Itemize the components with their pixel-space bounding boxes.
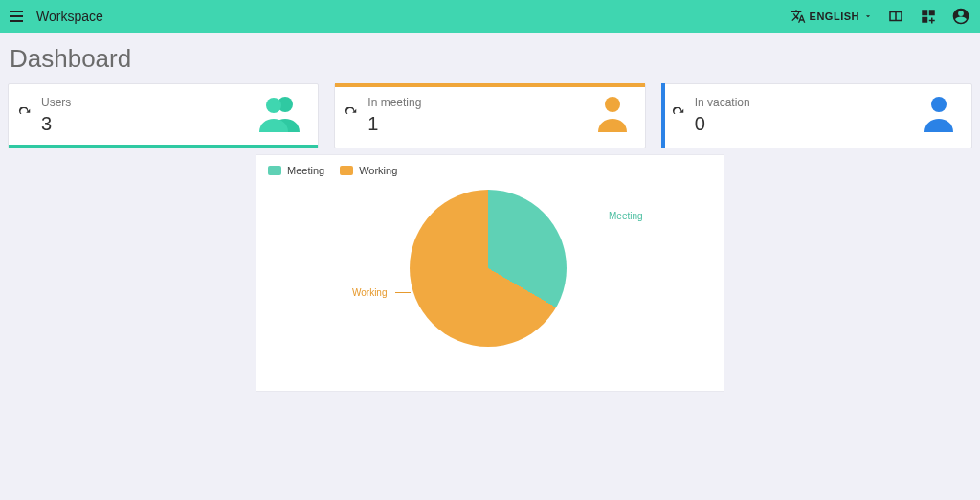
pie-label-meeting: Meeting	[586, 211, 643, 221]
refresh-button[interactable]	[345, 107, 360, 123]
translate-icon	[791, 9, 806, 24]
appbar-button-1[interactable]	[886, 7, 905, 26]
person-icon	[593, 94, 632, 136]
language-label: ENGLISH	[810, 11, 859, 22]
card-users: Users 3	[8, 83, 319, 148]
account-icon	[951, 7, 970, 26]
card-value: 3	[41, 113, 71, 135]
app-title: Workspace	[36, 9, 103, 24]
card-in-meeting: In meeting 1	[334, 83, 645, 148]
chevron-down-icon	[863, 11, 873, 21]
refresh-button[interactable]	[18, 107, 33, 123]
person-icon	[920, 94, 958, 136]
card-value: 0	[695, 113, 750, 135]
legend-item-meeting: Meeting	[268, 165, 324, 176]
users-icon	[255, 94, 304, 136]
menu-icon[interactable]	[10, 8, 27, 25]
language-selector[interactable]: ENGLISH	[791, 9, 873, 24]
legend-swatch	[268, 166, 281, 175]
refresh-icon	[345, 107, 358, 121]
legend-label: Meeting	[287, 165, 324, 176]
card-label: Users	[41, 96, 71, 109]
chart-legend: Meeting Working	[268, 165, 712, 176]
legend-item-working: Working	[340, 165, 397, 176]
summary-cards-row: Users 3 In meeting 1	[8, 83, 972, 148]
refresh-button[interactable]	[672, 107, 687, 123]
account-button[interactable]	[951, 7, 970, 26]
chart-panel: Meeting Working Meeting Working	[256, 154, 724, 392]
legend-swatch	[340, 166, 353, 175]
card-accent	[661, 83, 665, 148]
card-accent	[9, 145, 318, 148]
card-label: In meeting	[368, 96, 421, 109]
appbar: Workspace ENGLISH	[0, 0, 980, 33]
page-title: Dashboard	[10, 44, 970, 74]
card-value: 1	[368, 113, 421, 135]
appbar-button-2[interactable]	[919, 7, 938, 26]
svg-point-2	[605, 97, 620, 112]
svg-point-3	[931, 97, 947, 112]
pie-chart	[410, 190, 567, 347]
card-accent	[335, 83, 644, 87]
refresh-icon	[672, 107, 685, 121]
legend-label: Working	[359, 165, 397, 176]
card-in-vacation: In vacation 0	[661, 83, 972, 148]
panel-icon	[887, 8, 904, 25]
card-label: In vacation	[695, 96, 750, 109]
grid-plus-icon	[920, 8, 937, 25]
refresh-icon	[18, 107, 32, 121]
svg-point-1	[266, 98, 281, 113]
pie-label-working: Working	[352, 287, 411, 298]
